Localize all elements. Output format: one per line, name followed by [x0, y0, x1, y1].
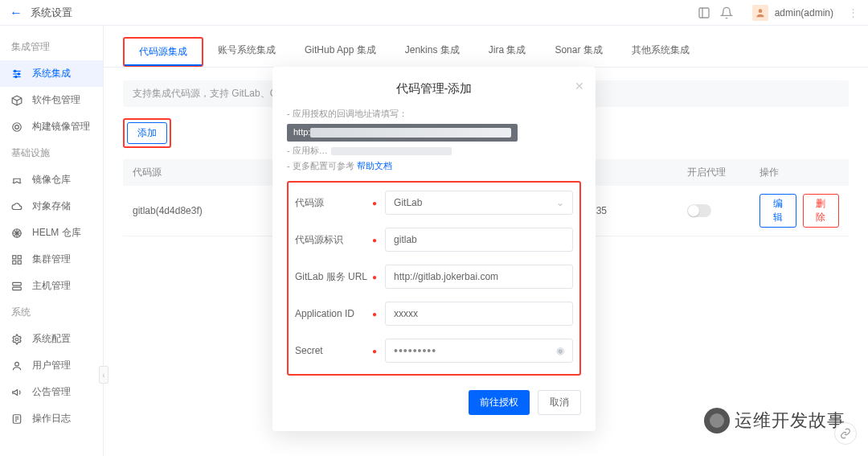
- label-appid: Application ID: [292, 308, 372, 319]
- form-row-ident: 代码源标识 ●: [292, 228, 573, 252]
- watermark: 运维开发故事: [704, 408, 845, 433]
- input-secret[interactable]: ••••••••• ◉: [385, 339, 573, 363]
- info-line2: - 应用标…: [287, 146, 328, 155]
- required-icon: ●: [372, 347, 377, 355]
- label-ident: 代码源标识: [292, 233, 372, 247]
- eye-icon[interactable]: ◉: [556, 345, 564, 356]
- required-icon: ●: [372, 199, 377, 207]
- form-row-source: 代码源 ● GitLab ⌄: [292, 191, 573, 215]
- modal-actions: 前往授权 取消: [287, 390, 581, 415]
- input-ident[interactable]: [385, 228, 573, 252]
- url-prefix: http:: [293, 127, 310, 137]
- input-appid[interactable]: [385, 302, 573, 326]
- cancel-button[interactable]: 取消: [538, 390, 581, 415]
- label-source: 代码源: [292, 196, 372, 210]
- input-url[interactable]: [385, 265, 573, 289]
- required-icon: ●: [372, 236, 377, 244]
- required-icon: ●: [372, 310, 377, 318]
- modal-info: - 应用授权的回调地址请填写： http: - 应用标… - 更多配置可参考 帮…: [287, 106, 581, 175]
- wechat-icon: [704, 408, 730, 433]
- form-row-url: GitLab 服务 URL ●: [292, 265, 573, 289]
- select-source[interactable]: GitLab ⌄: [385, 191, 573, 215]
- modal-overlay: 代码管理-添加 ✕ - 应用授权的回调地址请填写： http: - 应用标… -…: [0, 0, 868, 456]
- modal-panel: 代码管理-添加 ✕ - 应用授权的回调地址请填写： http: - 应用标… -…: [272, 67, 596, 431]
- link-fab[interactable]: [834, 422, 857, 445]
- form-highlight-box: 代码源 ● GitLab ⌄ 代码源标识 ● GitLab 服务 URL ●: [287, 181, 581, 376]
- modal-title: 代码管理-添加: [287, 81, 581, 97]
- select-value: GitLab: [394, 197, 422, 208]
- redacted-icon: [310, 128, 511, 138]
- help-link[interactable]: 帮助文档: [357, 161, 392, 170]
- label-secret: Secret: [292, 345, 372, 356]
- required-icon: ●: [372, 273, 377, 281]
- redacted-icon: [331, 147, 452, 155]
- callback-url-pill: http:: [287, 124, 518, 142]
- secret-value: •••••••••: [394, 344, 436, 357]
- label-url: GitLab 服务 URL: [292, 270, 372, 284]
- chevron-down-icon: ⌄: [556, 197, 564, 208]
- form-row-secret: Secret ● ••••••••• ◉: [292, 339, 573, 363]
- watermark-text: 运维开发故事: [735, 409, 845, 433]
- authorize-button[interactable]: 前往授权: [469, 390, 530, 415]
- info-line3: - 更多配置可参考: [287, 161, 357, 170]
- close-icon[interactable]: ✕: [575, 80, 584, 92]
- info-line1: - 应用授权的回调地址请填写：: [287, 109, 407, 118]
- form-row-appid: Application ID ●: [292, 302, 573, 326]
